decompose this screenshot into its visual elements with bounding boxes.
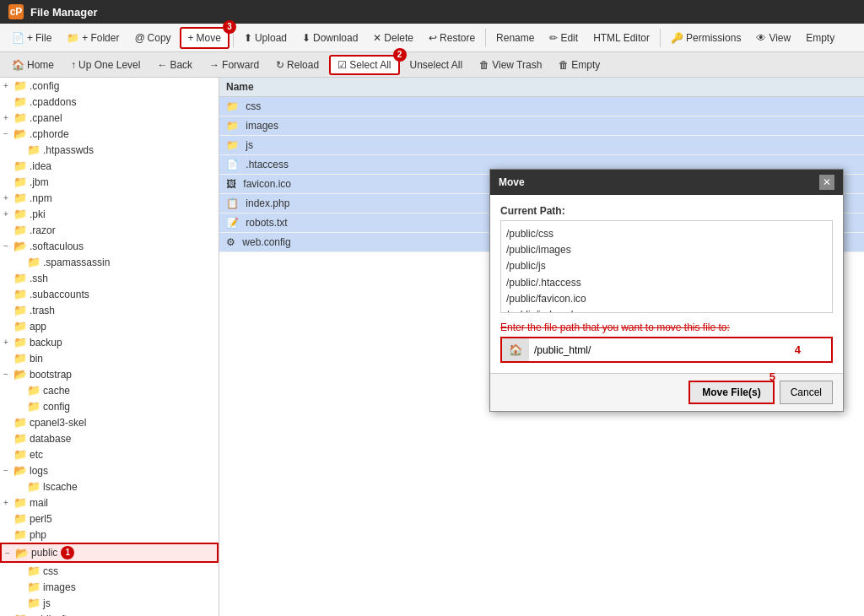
tree-toggle-cphorde: − [3, 129, 14, 138]
folder-icon-ssh: 📁 [14, 272, 27, 284]
sidebar-item-public_ftp[interactable]: + 📁 public_ftp [0, 611, 219, 616]
sidebar-item-npm[interactable]: + 📁 .npm [0, 190, 219, 206]
back-button[interactable]: ← Back [150, 57, 199, 73]
modal-body: Current Path: /public/css/public/images/… [490, 195, 843, 373]
sidebar-item-bootstrap[interactable]: − 📂 bootstrap [0, 366, 219, 382]
download-button[interactable]: ⬇ Download [295, 29, 364, 47]
sidebar-item-htpasswds[interactable]: 📁 .htpasswds [0, 142, 219, 158]
sidebar-item-logs[interactable]: − 📂 logs [0, 462, 219, 478]
permissions-button[interactable]: 🔑 Permissions [664, 29, 748, 47]
sidebar-item-css[interactable]: 📁 css [0, 563, 219, 579]
folder-icon-public_ftp: 📁 [14, 613, 27, 616]
sidebar-item-backup[interactable]: + 📁 backup [0, 334, 219, 350]
sidebar-item-public[interactable]: − 📂 public 1 [0, 543, 219, 563]
html-editor-button[interactable]: HTML Editor [586, 29, 656, 47]
move-button[interactable]: + Move [180, 27, 230, 49]
sidebar-item-softaculous[interactable]: − 📂 .softaculous [0, 238, 219, 254]
sidebar-item-bin[interactable]: 📁 bin [0, 350, 219, 366]
sidebar-item-js[interactable]: 📁 js [0, 595, 219, 611]
sidebar-item-label-cache: cache [43, 385, 70, 397]
sidebar-item-label-trash: .trash [30, 305, 55, 316]
sidebar-item-subaccounts[interactable]: 📁 .subaccounts [0, 286, 219, 302]
sidebar-item-spamassassin[interactable]: 📁 .spamassassin [0, 254, 219, 270]
folder-icon-pki: 📁 [14, 208, 27, 220]
delete-icon: ✕ [373, 32, 381, 44]
empty-toolbar-button[interactable]: Empty [799, 29, 841, 47]
table-row[interactable]: 📁 images [219, 116, 864, 136]
folder-icon-public: 📂 [15, 547, 29, 559]
move-files-button[interactable]: Move File(s) [688, 381, 774, 404]
copy-button[interactable]: @ Copy [127, 29, 177, 47]
up-one-level-button[interactable]: ↑ Up One Level [64, 57, 147, 73]
table-row[interactable]: 📁 css [219, 97, 864, 116]
edit-button[interactable]: ✏ Edit [543, 29, 585, 47]
sidebar-item-label-jbm: .jbm [30, 176, 49, 188]
forward-button[interactable]: → Forward [202, 57, 266, 73]
reload-button[interactable]: ↻ Reload [269, 57, 326, 73]
sidebar-item-pki[interactable]: + 📁 .pki [0, 206, 219, 222]
sidebar-item-database[interactable]: 📁 database [0, 430, 219, 446]
sidebar-item-label-bin: bin [30, 353, 43, 365]
move-instruction-strikethrough: Enter the file path that you [500, 322, 618, 333]
path-input[interactable] [529, 339, 831, 361]
current-path-box: /public/css/public/images/public/js/publ… [500, 220, 833, 313]
sidebar-item-app[interactable]: 📁 app [0, 318, 219, 334]
view-trash-button[interactable]: 🗑 View Trash [472, 57, 548, 73]
sidebar-item-label-cpaddons: .cpaddons [30, 96, 76, 108]
view-button[interactable]: 👁 View [749, 29, 797, 47]
empty-nav-button[interactable]: 🗑 Empty [552, 57, 607, 73]
path-home-button[interactable]: 🏠 [502, 338, 529, 361]
sidebar-item-trash[interactable]: 📁 .trash [0, 302, 219, 318]
sidebar-item-cache[interactable]: 📁 cache [0, 382, 219, 398]
sidebar-item-cphorde[interactable]: − 📂 .cphorde [0, 126, 219, 142]
file-icon: 📄 [12, 32, 24, 44]
delete-button[interactable]: ✕ Delete [366, 29, 420, 47]
file-name-cell: 📁 images [219, 116, 864, 136]
sidebar-item-idea[interactable]: 📁 .idea [0, 158, 219, 174]
file-name-label: css [246, 100, 261, 112]
file-type-icon: 📁 [226, 120, 239, 132]
move-modal: Move ✕ Current Path: /public/css/public/… [489, 169, 844, 412]
folder-icon-images: 📁 [27, 581, 40, 593]
current-path-label: Current Path: [500, 205, 833, 217]
sidebar-item-label-npm: .npm [30, 192, 52, 204]
sidebar-item-php[interactable]: 📁 php [0, 527, 219, 543]
sidebar-item-label-softaculous: .softaculous [30, 240, 84, 252]
file-button[interactable]: 📄 + File [5, 29, 58, 47]
sidebar-item-razor[interactable]: 📁 .razor [0, 222, 219, 238]
upload-button[interactable]: ⬆ Upload [237, 29, 294, 47]
sidebar-item-perl5[interactable]: 📁 perl5 [0, 511, 219, 527]
folder-icon-database: 📁 [14, 432, 27, 445]
sidebar-item-mail[interactable]: + 📁 mail [0, 494, 219, 511]
folder-icon-idea: 📁 [14, 159, 27, 172]
folder-icon-trash: 📁 [14, 304, 27, 316]
sidebar-item-images[interactable]: 📁 images [0, 579, 219, 595]
cancel-button[interactable]: Cancel [780, 381, 833, 404]
file-type-icon: 🖼 [226, 178, 236, 190]
home-nav-button[interactable]: 🏠 Home [5, 57, 61, 73]
sidebar-item-config2[interactable]: 📁 config [0, 398, 219, 414]
sidebar-item-etc[interactable]: 📁 etc [0, 446, 219, 462]
sidebar-item-cpanel3-skel[interactable]: 📁 cpanel3-skel [0, 414, 219, 430]
table-row[interactable]: 📁 js [219, 136, 864, 155]
sidebar-item-jbm[interactable]: 📁 .jbm [0, 174, 219, 190]
rename-button[interactable]: Rename [489, 29, 541, 47]
modal-close-button[interactable]: ✕ [819, 175, 834, 190]
folder-button[interactable]: 📁 + Folder [60, 29, 126, 47]
sidebar-item-label-cpanel3-skel: cpanel3-skel [30, 417, 86, 429]
sidebar-item-label-config: .config [30, 80, 59, 92]
sidebar-item-lscache[interactable]: 📁 lscache [0, 478, 219, 494]
sidebar-item-label-spamassassin: .spamassassin [43, 257, 110, 268]
select-all-button[interactable]: ☑ Select All [329, 55, 399, 75]
sidebar-item-ssh[interactable]: 📁 .ssh [0, 270, 219, 286]
folder-icon-htpasswds: 📁 [27, 143, 40, 156]
move-instruction: Enter the file path that you want to mov… [500, 322, 833, 333]
download-icon: ⬇ [302, 32, 310, 44]
restore-button[interactable]: ↩ Restore [422, 29, 482, 47]
sidebar-item-config[interactable]: + 📁 .config [0, 78, 219, 94]
sidebar-item-cpaddons[interactable]: 📁 .cpaddons [0, 94, 219, 110]
sidebar-item-cpanel[interactable]: + 📁 .cpanel [0, 110, 219, 126]
unselect-all-button[interactable]: Unselect All [403, 57, 470, 73]
nav-bar: 🏠 Home ↑ Up One Level ← Back → Forward ↻… [0, 52, 864, 78]
empty-trash-icon: 🗑 [559, 59, 569, 71]
